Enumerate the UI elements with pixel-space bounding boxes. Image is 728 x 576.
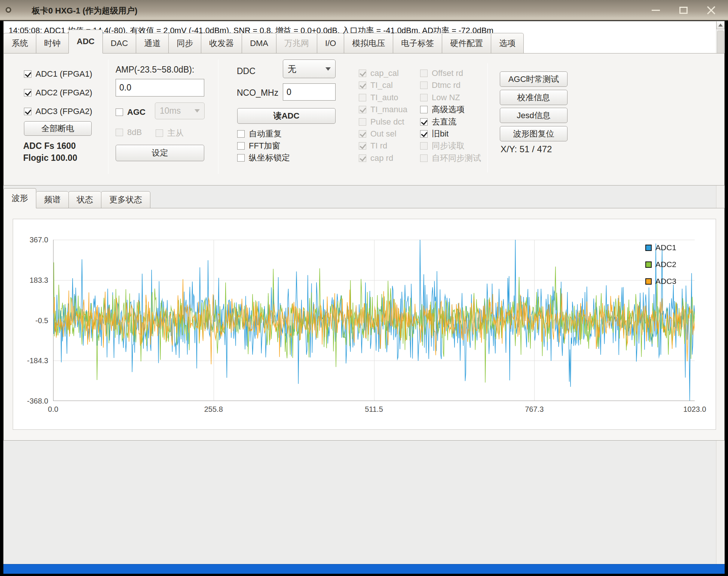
action-button[interactable]: AGC时常测试 (500, 71, 568, 87)
db8-checkbox[interactable] (116, 129, 123, 136)
checkbox (420, 82, 428, 89)
tab-item[interactable]: 时钟 (36, 33, 68, 53)
ddc-option-checkbox-row[interactable]: 纵坐标锁定 (237, 152, 290, 163)
flag-checkbox-row: Dtmc rd (420, 81, 461, 90)
tab-item[interactable]: 波形 (3, 188, 36, 208)
arrow-up-icon (718, 24, 723, 27)
legend-item: ADC1 (645, 243, 676, 252)
legend-swatch (645, 245, 652, 251)
action-button[interactable]: Jesd信息 (500, 108, 568, 123)
checkbox-label: TI rd (370, 141, 387, 151)
main-tab-bar: 系统时钟ADCDAC通道同步收发器DMA万兆网I/O模拟电压电子标签硬件配置选项 (3, 30, 524, 53)
legend-item: ADC2 (645, 260, 676, 269)
tab-item[interactable]: DMA (242, 33, 276, 53)
tab-item[interactable]: 模拟电压 (344, 33, 393, 53)
tab-item[interactable]: 同步 (168, 33, 201, 53)
tab-item[interactable]: 状态 (68, 191, 101, 208)
waveform-canvas[interactable] (53, 240, 695, 401)
ddc-option-checkbox-row[interactable]: FFT加窗 (237, 140, 280, 151)
adc-enable-checkbox-row[interactable]: ADC1 (FPGA1) (24, 69, 92, 79)
chevron-down-icon (195, 109, 200, 113)
title-bar[interactable]: 板卡0 HXG-1 (作为超级用户) (0, 0, 728, 21)
agc-interval-value: 10ms (160, 106, 181, 116)
checkbox (359, 118, 366, 126)
agc-checkbox[interactable] (116, 108, 123, 116)
x-axis-tick-label: 511.5 (365, 405, 383, 414)
agc-label: AGC (127, 107, 146, 117)
flag-checkbox-row: TI_auto (359, 93, 398, 102)
ddc-selected-value: 无 (288, 63, 296, 75)
nco-mhz-input[interactable] (283, 83, 336, 101)
checkbox (359, 70, 366, 77)
close-button[interactable] (706, 5, 717, 16)
ddc-dropdown[interactable]: 无 (283, 59, 336, 78)
tab-item[interactable]: 通道 (136, 33, 168, 53)
tab-item[interactable]: I/O (317, 33, 344, 53)
tab-item[interactable]: 频谱 (36, 191, 68, 208)
checkbox-label: 高级选项 (432, 104, 465, 115)
checkbox-label: FFT加窗 (249, 140, 280, 151)
y-axis-tick-label: 367.0 (30, 236, 48, 244)
adc-fs-readout: ADC Fs 1600 (23, 141, 76, 151)
tab-item[interactable]: ADC (68, 30, 103, 53)
checkbox (359, 154, 366, 162)
read-adc-button[interactable]: 读ADC (237, 108, 336, 124)
checkbox-label: cap rd (370, 153, 393, 163)
amp-gain-input[interactable] (116, 79, 204, 96)
flag-checkbox-row[interactable]: 高级选项 (420, 105, 465, 114)
tab-item[interactable]: 收发器 (201, 33, 242, 53)
flag-checkbox-row[interactable]: 去直流 (420, 117, 456, 126)
flag-checkbox-row[interactable]: 旧bit (420, 129, 449, 138)
flag-checkbox-row: Offset rd (420, 69, 463, 78)
checkbox-label: 同步读取 (432, 140, 465, 151)
master-slave-checkbox-row[interactable]: 主从 (156, 128, 184, 139)
checkbox[interactable] (24, 108, 31, 115)
master-slave-label: 主从 (167, 128, 184, 139)
maximize-button[interactable] (678, 5, 689, 16)
checkbox-label: Out sel (370, 129, 397, 139)
scroll-up-button[interactable] (716, 21, 725, 29)
y-axis-tick-label: -184.3 (27, 356, 48, 365)
power-all-off-button[interactable]: 全部断电 (24, 121, 92, 136)
checkbox[interactable] (24, 70, 31, 78)
master-slave-checkbox[interactable] (156, 129, 163, 137)
db8-checkbox-row[interactable]: 8dB (116, 128, 142, 137)
checkbox[interactable] (420, 118, 428, 126)
tab-item[interactable]: 系统 (3, 33, 36, 53)
adc-settings-panel: ADC1 (FPGA1)ADC2 (FPGA2)ADC3 (FPGA2) 全部断… (3, 53, 725, 186)
checkbox[interactable] (237, 130, 245, 138)
checkbox-label: Low NZ (432, 93, 460, 102)
checkbox (359, 82, 366, 89)
ddc-option-checkbox-row[interactable]: 自动重复 (237, 128, 282, 140)
checkbox[interactable] (420, 130, 428, 138)
agc-interval-dropdown[interactable]: 10ms (155, 102, 205, 119)
xy-readout: X/Y: 51 / 472 (501, 144, 552, 154)
separator (218, 59, 218, 174)
set-button[interactable]: 设定 (116, 145, 204, 161)
tab-item[interactable]: 选项 (491, 33, 524, 53)
minimize-button[interactable] (650, 5, 661, 16)
checkbox[interactable] (237, 142, 245, 150)
tab-item[interactable]: 万兆网 (276, 33, 317, 53)
checkbox[interactable] (24, 89, 31, 96)
x-axis-tick-label: 1023.0 (683, 405, 706, 414)
checkbox[interactable] (237, 154, 245, 162)
action-button[interactable]: 校准信息 (500, 90, 568, 105)
agc-checkbox-row[interactable]: AGC (116, 107, 146, 117)
adc-enable-checkbox-row[interactable]: ADC3 (FPGA2) (24, 107, 92, 116)
y-axis-tick-label: -0.5 (36, 316, 48, 325)
adc-enable-checkbox-row[interactable]: ADC2 (FPGA2) (24, 88, 92, 98)
waveform-panel: ADC1ADC2ADC3 367.0183.3-0.5-184.3-368.00… (3, 208, 725, 441)
tab-item[interactable]: 更多状态 (101, 191, 150, 208)
view-tab-bar: 波形频谱状态更多状态 (3, 188, 150, 208)
checkbox (420, 70, 428, 77)
flag-checkbox-row: 同步读取 (420, 141, 465, 150)
checkbox-label: TI_auto (370, 93, 398, 102)
tab-item[interactable]: 电子标签 (393, 33, 442, 53)
tab-item[interactable]: 硬件配置 (442, 33, 491, 53)
tab-item[interactable]: DAC (103, 33, 136, 53)
checkbox-label: 纵坐标锁定 (249, 152, 290, 163)
checkbox-label: cap_cal (370, 68, 399, 78)
checkbox[interactable] (420, 106, 428, 113)
action-button[interactable]: 波形图复位 (500, 126, 568, 141)
